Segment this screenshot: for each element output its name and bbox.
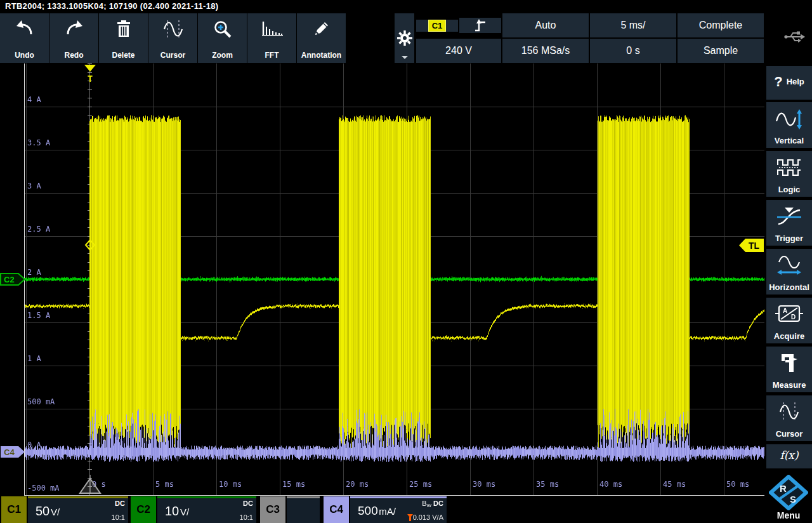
fft-button[interactable]: FFT bbox=[247, 13, 296, 63]
channel-2-settings[interactable]: 10 V/ DC 10:1 bbox=[157, 496, 256, 523]
sidebar-item-logic[interactable]: Logic bbox=[766, 151, 812, 197]
status-bar: C1 Auto 5 ms/ Complete 240 V 156 MSa/s 0… bbox=[416, 13, 763, 63]
channel-3-tag-label: C3 bbox=[266, 503, 280, 516]
acquisition-mode-value: Sample bbox=[704, 45, 738, 56]
trigger-mode-cell[interactable]: Auto bbox=[502, 13, 589, 37]
trash-icon bbox=[115, 20, 132, 37]
zoom-magnifier-icon bbox=[213, 20, 232, 39]
x-axis-label: 15 ms bbox=[282, 479, 305, 489]
c4-marker-label: C4 bbox=[4, 447, 15, 457]
x-axis-label: 40 ms bbox=[599, 479, 622, 489]
vertical-scale-icon bbox=[775, 109, 803, 130]
trigger-time-marker[interactable] bbox=[78, 475, 102, 495]
trigger-icon bbox=[776, 206, 802, 227]
channel-1-settings[interactable]: 50 V/ DC 10:1 bbox=[28, 496, 128, 523]
cursor-button[interactable]: Cursor bbox=[148, 13, 197, 63]
cursor-waveform-icon bbox=[162, 20, 185, 39]
x-axis-label: 25 ms bbox=[409, 479, 432, 489]
sidebar-item-cursor[interactable]: Cursor bbox=[766, 395, 812, 441]
horizontal-label: Horizontal bbox=[769, 282, 809, 292]
redo-label: Redo bbox=[65, 51, 84, 60]
help-label: Help bbox=[787, 77, 804, 86]
timebase-cell[interactable]: 5 ms/ bbox=[590, 13, 676, 37]
sidebar-item-measure[interactable]: Measure bbox=[766, 347, 812, 392]
title-bar: RTB2004; 1333.1005K04; 107190 (02.400 20… bbox=[0, 0, 812, 13]
sample-rate-cell[interactable]: 156 MSa/s bbox=[502, 39, 589, 63]
sidebar-item-fx[interactable]: f(x) bbox=[766, 444, 812, 468]
pencil-icon bbox=[313, 20, 331, 37]
svg-text:R: R bbox=[780, 483, 787, 494]
trigger-level-value: 240 V bbox=[445, 45, 472, 56]
svg-text:S: S bbox=[790, 494, 796, 505]
y-axis-label: 2 A bbox=[27, 267, 41, 277]
svg-text:D: D bbox=[791, 314, 796, 321]
channel-4-settings[interactable]: 500 mA/ BW DC 0.013 V/A bbox=[350, 496, 447, 523]
c2-channel-marker[interactable]: C2 bbox=[0, 273, 25, 286]
acquire-label: Acquire bbox=[774, 331, 804, 341]
trigger-level-tag[interactable]: TL bbox=[738, 238, 764, 253]
sidebar-item-horizontal[interactable]: Horizontal bbox=[766, 249, 812, 295]
measure-label: Measure bbox=[773, 380, 806, 390]
x-axis-label: 30 ms bbox=[473, 479, 495, 489]
y-axis-label: 3 A bbox=[27, 181, 41, 191]
x-axis-label: 5 ms bbox=[155, 479, 174, 489]
redo-button[interactable]: Redo bbox=[49, 13, 98, 63]
trigger-label: Trigger bbox=[775, 234, 803, 243]
cursor-menu-label: Cursor bbox=[776, 429, 803, 439]
y-axis-label: 1 A bbox=[27, 354, 41, 364]
cursor-waveform-icon bbox=[777, 402, 801, 422]
trigger-level-cell[interactable]: 240 V bbox=[416, 39, 501, 63]
sidebar-item-help[interactable]: ? Help bbox=[766, 66, 812, 100]
sidebar-item-trigger[interactable]: Trigger bbox=[766, 200, 812, 246]
horizontal-position-value: 0 s bbox=[626, 45, 639, 56]
trigger-source-button[interactable]: C1 bbox=[416, 20, 458, 32]
trigger-level-diamond[interactable] bbox=[84, 239, 96, 251]
channel-4-probe-factor: 0.013 V/A bbox=[407, 513, 443, 521]
channel-3-settings[interactable] bbox=[287, 496, 320, 523]
channel-2-tag[interactable]: C2 bbox=[131, 496, 156, 523]
menu-label: Menu bbox=[777, 510, 801, 520]
redo-icon bbox=[65, 20, 84, 36]
sidebar-item-vertical[interactable]: Vertical bbox=[766, 102, 812, 148]
fx-math-icon: f(x) bbox=[780, 449, 798, 461]
y-axis-label: 3.5 A bbox=[27, 138, 50, 148]
channel-1-probe: 10:1 bbox=[112, 513, 125, 521]
channel-2-probe: 10:1 bbox=[240, 513, 253, 521]
gear-icon bbox=[396, 29, 414, 47]
y-axis-label: 4 A bbox=[27, 95, 41, 105]
zoom-button[interactable]: Zoom bbox=[198, 13, 247, 63]
annotation-button[interactable]: Annotation bbox=[297, 13, 346, 63]
fft-label: FFT bbox=[265, 51, 279, 60]
trigger-source-cell: C1 bbox=[416, 13, 501, 37]
undo-icon bbox=[15, 20, 34, 36]
channel-1-tag[interactable]: C1 bbox=[1, 496, 27, 523]
trigger-slope-button[interactable] bbox=[459, 18, 501, 33]
trigger-position-marker[interactable]: T bbox=[83, 64, 97, 83]
rohde-schwarz-logo: R S bbox=[769, 475, 808, 510]
x-axis-label: 20 ms bbox=[346, 479, 369, 489]
channel-4-bandwidth-coupling: BW DC bbox=[422, 500, 443, 509]
probe-warning-icon bbox=[407, 514, 413, 521]
waveform-display[interactable]: 4 A3.5 A3 A2.5 A2 A1.5 A1 A500 mA0 A-500… bbox=[24, 63, 764, 496]
channel-3-tag[interactable]: C3 bbox=[260, 496, 285, 523]
c4-channel-marker[interactable]: C4 bbox=[0, 446, 25, 458]
y-axis-label: 1.5 A bbox=[27, 310, 50, 321]
x-axis-label: 50 ms bbox=[726, 479, 749, 489]
sidebar-item-acquire[interactable]: A D Acquire bbox=[766, 298, 812, 343]
waveform-canvas[interactable] bbox=[25, 63, 764, 495]
delete-label: Delete bbox=[112, 51, 134, 60]
channel-2-tag-label: C2 bbox=[136, 503, 150, 516]
delete-button[interactable]: Delete bbox=[99, 13, 148, 63]
usb-icon bbox=[784, 30, 806, 43]
vertical-label: Vertical bbox=[775, 136, 804, 145]
settings-button[interactable] bbox=[395, 13, 414, 63]
acquisition-status-cell[interactable]: Complete bbox=[678, 13, 764, 37]
channel-4-tag[interactable]: C4 bbox=[324, 496, 349, 523]
menu-button[interactable]: R S Menu bbox=[765, 470, 812, 523]
trigger-t-label: T bbox=[88, 74, 93, 83]
channel-1-coupling: DC bbox=[115, 500, 125, 507]
undo-button[interactable]: Undo bbox=[0, 13, 49, 63]
horizontal-position-cell[interactable]: 0 s bbox=[590, 39, 676, 63]
acquisition-mode-cell[interactable]: Sample bbox=[678, 39, 764, 63]
channel-4-tag-label: C4 bbox=[329, 503, 343, 516]
